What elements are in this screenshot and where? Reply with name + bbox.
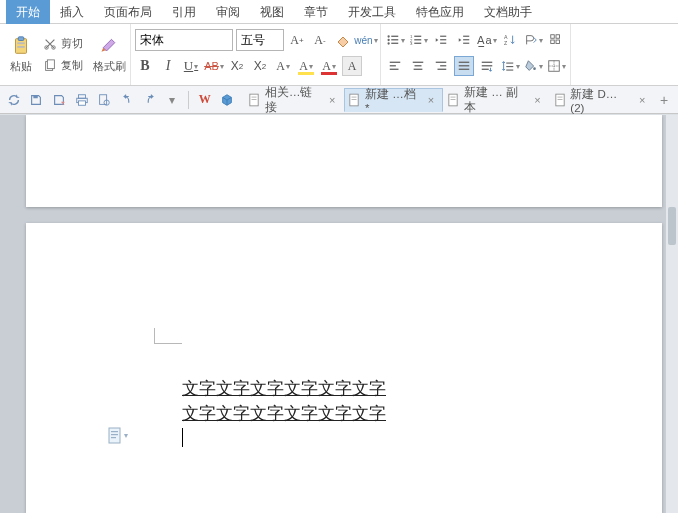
close-icon[interactable]: × <box>327 94 337 106</box>
svg-rect-47 <box>506 63 513 64</box>
menu-tab-layout[interactable]: 页面布局 <box>94 0 162 24</box>
svg-rect-55 <box>78 94 85 98</box>
grow-font-button[interactable]: A+ <box>287 30 307 50</box>
highlight-button[interactable]: A▾ <box>296 56 316 76</box>
menu-tab-start[interactable]: 开始 <box>6 0 50 24</box>
menu-tab-reference[interactable]: 引用 <box>162 0 206 24</box>
strikethrough-button[interactable]: AB▾ <box>204 56 224 76</box>
borders-button[interactable]: ▾ <box>546 56 566 76</box>
char-shading-button[interactable]: A <box>342 56 362 76</box>
text-line-1[interactable]: 文字文字文字文字文字文字 <box>182 376 386 401</box>
svg-rect-37 <box>414 69 423 70</box>
align-left-button[interactable] <box>385 56 405 76</box>
qa-preview-icon[interactable] <box>95 90 115 110</box>
qa-more-icon[interactable]: ▾ <box>162 90 182 110</box>
chevron-down-icon: ▾ <box>124 431 128 440</box>
svg-rect-45 <box>482 65 493 66</box>
decrease-indent-button[interactable] <box>431 30 451 50</box>
svg-rect-71 <box>557 99 562 100</box>
menu-tab-section[interactable]: 章节 <box>294 0 338 24</box>
document-text[interactable]: 文字文字文字文字文字文字 文字文字文字文字文字文字 <box>182 376 386 451</box>
svg-rect-25 <box>463 43 469 44</box>
qa-redo-icon[interactable] <box>140 90 160 110</box>
close-icon[interactable]: × <box>637 94 647 106</box>
cube-icon[interactable] <box>218 90 238 110</box>
font-size-combo[interactable] <box>236 29 284 51</box>
svg-rect-2 <box>17 42 24 44</box>
align-center-button[interactable] <box>408 56 428 76</box>
menu-tab-developer[interactable]: 开发工具 <box>338 0 406 24</box>
doc-tab-label: 新建 D… (2) <box>570 87 633 114</box>
svg-rect-72 <box>109 428 120 443</box>
doc-tab-label: 新建 …档 * <box>365 87 422 114</box>
sort-button[interactable]: AZ <box>500 30 520 50</box>
svg-rect-39 <box>440 65 446 66</box>
copy-label: 复制 <box>61 58 83 73</box>
margin-guide <box>154 328 182 344</box>
doc-tab-label: 新建 … 副本 <box>464 85 528 115</box>
qa-sync-icon[interactable] <box>4 90 24 110</box>
menu-bar: 开始 插入 页面布局 引用 审阅 视图 章节 开发工具 特色应用 文档助手 <box>0 0 678 24</box>
qa-save-icon[interactable] <box>27 90 47 110</box>
distribute-button[interactable] <box>477 56 497 76</box>
wps-logo-icon[interactable]: W <box>195 90 215 110</box>
svg-rect-41 <box>459 62 470 63</box>
font-name-combo[interactable] <box>135 29 233 51</box>
qa-undo-icon[interactable] <box>117 90 137 110</box>
shrink-font-button[interactable]: A- <box>310 30 330 50</box>
close-icon[interactable]: × <box>532 94 542 106</box>
menu-tab-view[interactable]: 视图 <box>250 0 294 24</box>
add-tab-button[interactable]: + <box>654 92 674 108</box>
text-line-2[interactable]: 文字文字文字文字文字文字 <box>182 401 386 426</box>
doc-icon <box>555 93 567 107</box>
subscript-button[interactable]: X2 <box>250 56 270 76</box>
phonetic-guide-button[interactable]: wén▾ <box>356 30 376 50</box>
paste-button[interactable]: 粘贴 <box>4 27 38 83</box>
page-current[interactable]: 文字文字文字文字文字文字 文字文字文字文字文字文字 ▾ <box>26 223 662 513</box>
clear-format-button[interactable] <box>333 30 353 50</box>
document-canvas[interactable]: 文字文字文字文字文字文字 文字文字文字文字文字文字 ▾ <box>0 115 678 513</box>
svg-rect-29 <box>556 35 560 39</box>
format-painter[interactable]: 格式刷 <box>92 27 126 83</box>
doc-tab-2[interactable]: 新建 …档 * × <box>344 88 443 112</box>
qa-saveas-icon[interactable] <box>49 90 69 110</box>
svg-rect-7 <box>47 59 54 68</box>
group-font: A+ A- wén▾ B I U▾ AB▾ X2 X2 A▾ A▾ A▾ A <box>131 24 381 85</box>
scrollbar-thumb[interactable] <box>668 207 676 245</box>
line-spacing-button[interactable]: ▾ <box>500 56 520 76</box>
svg-rect-67 <box>451 97 456 98</box>
shading-button[interactable]: ▾ <box>523 56 543 76</box>
svg-rect-11 <box>391 39 398 40</box>
doc-tab-4[interactable]: 新建 D… (2) × <box>550 88 655 112</box>
menu-tab-review[interactable]: 审阅 <box>206 0 250 24</box>
qa-print-icon[interactable] <box>72 90 92 110</box>
svg-rect-44 <box>482 62 493 63</box>
bullets-button[interactable]: ▾ <box>385 30 405 50</box>
menu-tab-insert[interactable]: 插入 <box>50 0 94 24</box>
svg-rect-61 <box>252 97 257 98</box>
doc-tab-1[interactable]: 相关…链接 × <box>244 88 344 112</box>
change-case-button[interactable]: A̲a▾ <box>477 30 497 50</box>
menu-tab-dochelper[interactable]: 文档助手 <box>474 0 542 24</box>
svg-rect-24 <box>463 39 469 40</box>
cut-button[interactable]: 剪切 <box>38 33 92 55</box>
increase-indent-button[interactable] <box>454 30 474 50</box>
superscript-button[interactable]: X2 <box>227 56 247 76</box>
page-previous[interactable] <box>26 115 662 207</box>
close-icon[interactable]: × <box>426 94 436 106</box>
numbering-button[interactable]: 123▾ <box>408 30 428 50</box>
align-right-button[interactable] <box>431 56 451 76</box>
align-justify-button[interactable] <box>454 56 474 76</box>
font-color-button[interactable]: A▾ <box>319 56 339 76</box>
text-effects-button[interactable]: A▾ <box>273 56 293 76</box>
page-options-button[interactable]: ▾ <box>108 427 128 444</box>
menu-tab-special[interactable]: 特色应用 <box>406 0 474 24</box>
underline-button[interactable]: U▾ <box>181 56 201 76</box>
copy-button[interactable]: 复制 <box>38 55 86 77</box>
doc-tab-3[interactable]: 新建 … 副本 × <box>443 88 549 112</box>
bold-button[interactable]: B <box>135 56 155 76</box>
show-marks-button[interactable] <box>546 30 566 50</box>
vertical-scrollbar[interactable] <box>666 115 678 513</box>
italic-button[interactable]: I <box>158 56 178 76</box>
text-direction-button[interactable]: ▾ <box>523 30 543 50</box>
